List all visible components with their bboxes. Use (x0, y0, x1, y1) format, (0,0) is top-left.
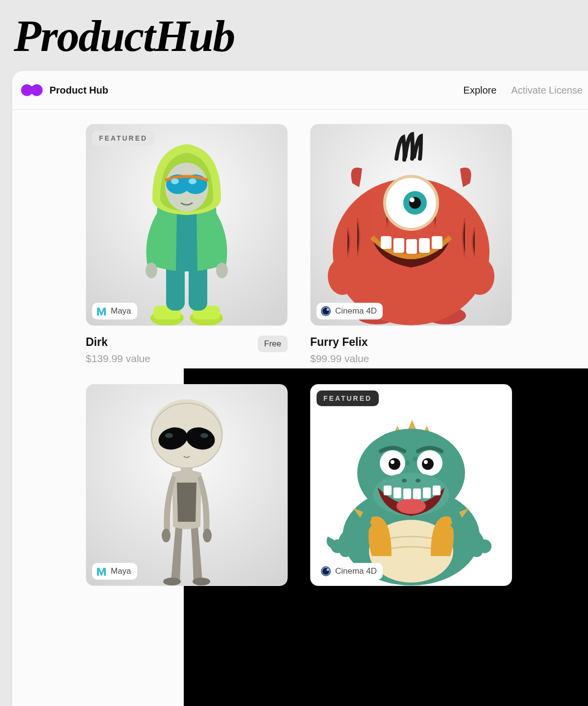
software-label: Cinema 4D (335, 306, 377, 316)
product-card[interactable]: FEATURED (310, 384, 512, 586)
nav-explore[interactable]: Explore (464, 85, 497, 96)
svg-point-44 (200, 433, 208, 438)
svg-point-35 (193, 578, 210, 585)
svg-rect-2 (27, 86, 37, 94)
svg-point-54 (405, 461, 410, 465)
character-art-alien-hoodie (86, 124, 287, 325)
maya-icon (96, 566, 107, 577)
brand: Product Hub (21, 83, 457, 97)
svg-point-60 (389, 458, 400, 470)
svg-point-10 (216, 263, 228, 278)
main-panel: Product Hub Explore Activate License FEA… (12, 71, 588, 706)
product-card[interactable]: FEATURED (86, 124, 288, 365)
product-card[interactable]: Maya (86, 384, 288, 586)
software-label: Maya (111, 306, 131, 316)
price-badge-free: Free (258, 336, 288, 352)
svg-rect-70 (423, 487, 431, 498)
svg-point-62 (391, 460, 394, 464)
product-thumbnail: Cinema 4D (310, 124, 512, 326)
svg-point-63 (424, 460, 428, 464)
svg-rect-29 (419, 238, 430, 253)
svg-point-34 (163, 578, 181, 585)
character-art-furry-monster (311, 124, 512, 325)
software-label: Maya (111, 566, 131, 576)
svg-point-37 (203, 529, 212, 542)
svg-point-72 (402, 479, 407, 483)
cinema4d-icon (320, 306, 331, 316)
svg-point-73 (416, 479, 420, 483)
product-thumbnail: FEATURED (86, 124, 288, 326)
svg-rect-67 (393, 487, 401, 498)
svg-point-20 (465, 258, 494, 295)
svg-rect-68 (403, 488, 411, 499)
software-pill: Maya (92, 303, 137, 319)
software-pill: Maya (92, 563, 137, 580)
svg-rect-28 (406, 239, 417, 254)
brand-icon (21, 83, 43, 97)
svg-rect-71 (433, 486, 441, 495)
panel-header: Product Hub Explore Activate License (12, 71, 588, 110)
svg-rect-69 (413, 488, 421, 499)
product-card[interactable]: Cinema 4D Furry Felix $99.99 value (310, 124, 512, 365)
top-nav: Explore Activate License (464, 85, 583, 96)
card-meta: Furry Felix $99.99 value (310, 336, 512, 365)
product-title: Dirk (86, 336, 150, 349)
card-meta: Dirk $139.99 value Free (86, 336, 288, 365)
svg-point-65 (396, 498, 426, 514)
svg-point-19 (328, 258, 357, 295)
brand-name: Product Hub (49, 85, 108, 96)
svg-point-33 (327, 309, 329, 311)
character-art-dino (311, 385, 512, 585)
software-pill: Cinema 4D (317, 303, 383, 319)
svg-point-9 (146, 263, 157, 278)
product-grid: FEATURED (12, 110, 588, 606)
product-title: Furry Felix (310, 336, 369, 349)
svg-rect-26 (381, 236, 392, 249)
svg-point-61 (422, 458, 434, 470)
character-art-grey-alien (86, 385, 287, 585)
nav-activate-license[interactable]: Activate License (511, 85, 583, 96)
svg-rect-66 (384, 486, 392, 495)
software-pill: Cinema 4D (317, 563, 383, 580)
svg-point-14 (171, 178, 179, 184)
software-label: Cinema 4D (335, 566, 377, 576)
product-thumbnail: Maya (86, 384, 288, 586)
svg-point-48 (340, 545, 351, 557)
site-logo-text: ProductHub (14, 13, 234, 58)
svg-point-25 (410, 197, 415, 202)
svg-point-36 (162, 529, 171, 542)
product-thumbnail: FEATURED (310, 384, 512, 586)
product-value: $99.99 value (310, 353, 369, 365)
svg-point-15 (189, 178, 196, 184)
product-value: $139.99 value (86, 353, 150, 365)
svg-point-76 (327, 569, 329, 571)
svg-rect-27 (393, 238, 404, 253)
page-header: ProductHub (0, 0, 588, 71)
svg-point-43 (165, 433, 173, 438)
cinema4d-icon (320, 566, 331, 577)
svg-point-57 (413, 457, 417, 462)
svg-rect-30 (432, 236, 442, 249)
maya-icon (96, 306, 107, 316)
svg-point-50 (471, 545, 483, 557)
